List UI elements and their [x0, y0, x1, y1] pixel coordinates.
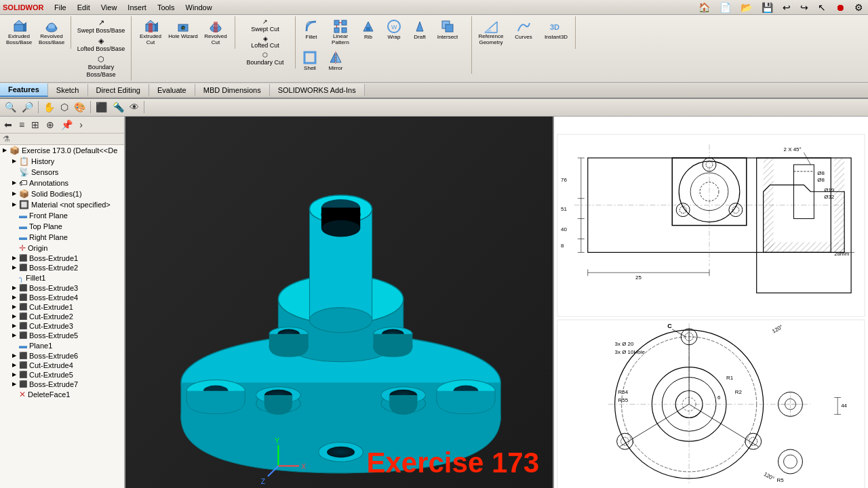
swept-cut-button[interactable]: ↗Swept Cut [238, 18, 292, 34]
menu-window[interactable]: Window [183, 2, 215, 13]
tree-item-deleteface1[interactable]: ✕ DeleteFace1 [0, 389, 124, 400]
display-btn[interactable]: ⬛ [94, 100, 109, 114]
reference-geometry-button[interactable]: Reference Geometry [475, 18, 507, 47]
tree-label-boss-extrude6: Boss-Extrude6 [29, 352, 78, 360]
model-viewport[interactable]: Y X Z *Isometric Exercise 173 [125, 117, 553, 488]
tree-item-solid-bodies[interactable]: ▶ 📦 Solid Bodies(1) [0, 188, 124, 199]
revolved-boss-button[interactable]: Revolved Boss/Base [35, 18, 68, 47]
tab-direct-editing[interactable]: Direct Editing [88, 84, 149, 96]
dim-6: 6 [717, 394, 721, 401]
view-btn[interactable]: 👁 [127, 100, 141, 114]
tab-addins[interactable]: SOLIDWORKS Add-Ins [270, 84, 365, 96]
dim-3x10hole: 3x Ø 10Hole [615, 348, 646, 354]
search2-btn[interactable]: 🔎 [20, 100, 35, 114]
dim-3x20: 3x Ø 20 [615, 341, 634, 347]
tree-item-cut-extrude2[interactable]: ▶ ⬛ Cut-Extrude2 [0, 312, 124, 321]
menu-insert[interactable]: Insert [125, 2, 149, 13]
tree-item-sensors[interactable]: 📡 Sensors [0, 167, 124, 178]
ft-chevron-btn[interactable]: › [77, 118, 85, 131]
svg-marker-26 [416, 22, 423, 31]
tab-evaluate[interactable]: Evaluate [149, 84, 195, 96]
tree-item-boss-extrude1[interactable]: ▶ ⬛ Boss-Extrude1 [0, 253, 124, 263]
tree-label-boss-extrude7: Boss-Extrude7 [29, 380, 78, 388]
tree-item-boss-extrude3[interactable]: ▶ ⬛ Boss-Extrude3 [0, 283, 124, 293]
orient-btn[interactable]: ⬡ [58, 100, 71, 114]
tab-sketch[interactable]: Sketch [48, 84, 88, 96]
tree-item-fillet1[interactable]: ╮ Fillet1 [0, 272, 124, 283]
svg-rect-16 [334, 20, 339, 25]
tree-item-top-plane[interactable]: ▬ Top Plane [0, 221, 124, 232]
tree-item-front-plane[interactable]: ▬ Front Plane [0, 210, 124, 221]
tree-item-cut-extrude4[interactable]: ▶ ⬛ Cut-Extrude4 [0, 361, 124, 370]
instant3d-button[interactable]: 3D Instant3D [540, 18, 572, 42]
tree-label-cut-extrude2: Cut-Extrude2 [29, 312, 73, 321]
sep3 [144, 101, 144, 113]
revolved-cut-button[interactable]: Revolved Cut [199, 18, 232, 47]
ft-properties-btn[interactable]: ⊞ [28, 118, 42, 131]
ft-list-btn[interactable]: ≡ [16, 118, 27, 131]
open-icon[interactable]: 📂 [738, 1, 754, 14]
wrap-button[interactable]: W Wrap [381, 18, 407, 42]
lofted-cut-button[interactable]: ◈Lofted Cut [238, 35, 292, 51]
tree-item-origin[interactable]: ✛ Origin [0, 243, 124, 253]
boundary-boss-button[interactable]: ⬡ Boundary Boss/Base [74, 54, 128, 79]
hole-wizard-button[interactable]: ? Hole Wizard [167, 18, 199, 41]
toolbar-group-swept-boss: ↗ Swept Boss/Base ◈ Lofted Boss/Base ⬡ B… [71, 16, 132, 81]
tree-arrow-boss-extrude2: ▶ [12, 264, 19, 270]
menu-edit[interactable]: Edit [75, 2, 93, 13]
redo-icon[interactable]: ↪ [798, 1, 810, 14]
tree-item-boss-extrude5[interactable]: ▶ ⬛ Boss-Extrude5 [0, 331, 124, 340]
ft-target-btn[interactable]: ⊕ [43, 118, 57, 131]
tree-item-material[interactable]: ▶ 🔲 Material <not specified> [0, 199, 124, 210]
tree-root[interactable]: ▶ 📦 Exercise 173.0 (Default<<De [0, 145, 124, 156]
ft-arrows-btn[interactable]: ⬅ [1, 118, 15, 131]
settings-icon[interactable]: ⚙ [852, 1, 865, 14]
appearance-btn[interactable]: 🎨 [72, 100, 87, 114]
ft-pin-btn[interactable]: 📌 [58, 118, 75, 131]
tree-item-cut-extrude5[interactable]: ▶ ⬛ Cut-Extrude5 [0, 370, 124, 380]
dim-r2: R2 [735, 389, 743, 395]
lofted-boss-button[interactable]: ◈ Lofted Boss/Base [74, 36, 128, 54]
menu-tools[interactable]: Tools [155, 2, 178, 13]
swept-boss-button[interactable]: ↗ Swept Boss/Base [74, 18, 128, 35]
tab-features[interactable]: Features [0, 83, 48, 97]
tree-item-cut-extrude3[interactable]: ▶ ⬛ Cut-Extrude3 [0, 321, 124, 331]
menu-file[interactable]: File [52, 2, 69, 13]
tree-item-boss-extrude7[interactable]: ▶ ⬛ Boss-Extrude7 [0, 380, 124, 389]
tree-item-cut-extrude1[interactable]: ▶ ⬛ Cut-Extrude1 [0, 302, 124, 312]
boundary-cut-button[interactable]: ⬡Boundary Cut [238, 51, 292, 67]
intersect-button[interactable]: Intersect [433, 18, 462, 42]
save-icon[interactable]: 💾 [760, 1, 775, 14]
extruded-boss-button[interactable]: Extruded Boss/Base [3, 18, 35, 47]
extruded-cut-button[interactable]: Extruded Cut [134, 18, 167, 47]
curves-button[interactable]: Curves [507, 18, 540, 42]
rib-button[interactable]: Rib [357, 18, 380, 42]
fly-out-btn[interactable]: ✋ [41, 100, 57, 114]
tree-item-annotations[interactable]: ▶ 🏷 Annotations [0, 178, 124, 188]
tab-mbd[interactable]: MBD Dimensions [195, 84, 270, 96]
linear-pattern-button[interactable]: Linear Pattern [326, 18, 355, 47]
tree-item-boss-extrude4[interactable]: ▶ ⬛ Boss-Extrude4 [0, 293, 124, 302]
tree-item-plane1[interactable]: ▬ Plane1 [0, 340, 124, 351]
home-icon[interactable]: 🏠 [696, 1, 712, 14]
search-btn[interactable]: 🔍 [3, 100, 18, 114]
undo-icon[interactable]: ↩ [781, 1, 793, 14]
toolbar-group-boss: Extruded Boss/Base Revolved Boss/Base [0, 16, 71, 49]
mirror-button[interactable]: Mirror [323, 49, 349, 73]
draft-button[interactable]: Draft [408, 18, 431, 42]
dim-r55: R55 [618, 397, 629, 403]
filter-btn[interactable]: 🔦 [111, 100, 126, 114]
fillet-button[interactable]: Fillet [298, 18, 324, 42]
tree-item-right-plane[interactable]: ▬ Right Plane [0, 232, 124, 243]
select-icon[interactable]: ↖ [816, 1, 828, 14]
tree-label-right-plane: Right Plane [29, 233, 68, 241]
dim-c-label: C [667, 323, 672, 329]
shell-button[interactable]: Shell [298, 49, 321, 73]
tree-label-front-plane: Front Plane [29, 211, 68, 220]
tree-item-history[interactable]: ▶ 📋 History [0, 156, 124, 167]
menu-view[interactable]: View [98, 2, 120, 13]
tree-item-boss-extrude6[interactable]: ▶ ⬛ Boss-Extrude6 [0, 351, 124, 361]
record-icon[interactable]: ⏺ [833, 1, 847, 14]
tree-item-boss-extrude2[interactable]: ▶ ⬛ Boss-Extrude2 [0, 263, 124, 272]
new-icon[interactable]: 📄 [717, 1, 733, 14]
